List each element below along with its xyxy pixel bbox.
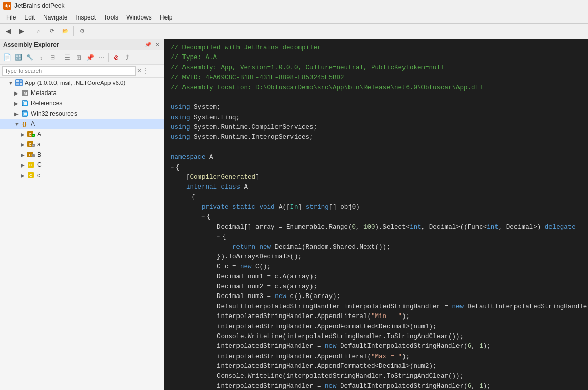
ae-tool-9[interactable]: ⋯ bbox=[96, 52, 106, 63]
code-line-format-num1: interpolatedStringHandler.AppendFormatte… bbox=[171, 322, 582, 332]
code-line-blank-2 bbox=[171, 143, 582, 153]
expand-arrow-cls-C[interactable]: ▶ bbox=[21, 162, 27, 168]
menu-windows[interactable]: Windows bbox=[122, 12, 156, 23]
tree-item-references[interactable]: ▶ References bbox=[0, 98, 164, 108]
ae-tool-7[interactable]: ⊞ bbox=[74, 52, 84, 63]
ae-pin-button[interactable]: 📌 bbox=[143, 41, 153, 48]
ae-tool-1[interactable]: 📄 bbox=[2, 52, 12, 63]
expand-arrow-cls-A[interactable]: ▶ bbox=[21, 132, 27, 137]
menu-help[interactable]: Help bbox=[156, 12, 177, 23]
assembly-tree[interactable]: ▼ App (1.0.0.0, msil, .NETCoreApp v6.0) bbox=[0, 78, 164, 390]
expand-arrow-references[interactable]: ▶ bbox=[14, 101, 21, 106]
code-line-write-2: Console.WriteLine(interpolatedStringHand… bbox=[171, 372, 582, 381]
tree-item-cls-A[interactable]: ▶ C + A bbox=[0, 129, 164, 139]
code-line-namespace: namespace A bbox=[171, 153, 582, 162]
fold-btn-2[interactable]: − bbox=[186, 194, 189, 202]
tree-item-ns-a[interactable]: ▼ {} A bbox=[0, 119, 164, 129]
expand-arrow-cls-a[interactable]: ▶ bbox=[21, 142, 27, 147]
expand-arrow-cls-c[interactable]: ▶ bbox=[21, 173, 27, 178]
code-line-append-max: interpolatedStringHandler.AppendLiteral(… bbox=[171, 352, 582, 362]
expand-arrow-cls-B[interactable]: ▶ bbox=[21, 152, 27, 158]
ae-search-bar: ✕ ⋮ bbox=[0, 65, 164, 78]
main-area: Assembly Explorer 📌 ✕ 📄 🔠 🔧 ↕ ⊟ ☰ ⊞ 📌 ⋯ … bbox=[0, 39, 588, 390]
search-input[interactable] bbox=[2, 66, 136, 76]
code-line-class-decl: internal class A bbox=[171, 182, 582, 192]
menubar: File Edit Navigate Inspect Tools Windows… bbox=[0, 11, 588, 24]
tree-item-metadata[interactable]: ▶ M Metadata bbox=[0, 88, 164, 98]
class-yellow-icon-c: C bbox=[27, 171, 36, 179]
code-line-2: // Type: A.A bbox=[171, 53, 582, 63]
ae-tool-6[interactable]: ☰ bbox=[62, 52, 72, 63]
assembly-explorer-panel: Assembly Explorer 📌 ✕ 📄 🔠 🔧 ↕ ⊟ ☰ ⊞ 📌 ⋯ … bbox=[0, 39, 164, 390]
svg-rect-1 bbox=[16, 80, 19, 82]
code-line-new-c: C c = new C(); bbox=[171, 262, 582, 272]
expand-arrow-app[interactable]: ▼ bbox=[8, 80, 14, 86]
ae-tool-10[interactable]: ⊘ bbox=[111, 52, 121, 63]
ae-tool-8[interactable]: 📌 bbox=[85, 52, 95, 63]
forward-button[interactable]: ▶ bbox=[15, 25, 28, 38]
expand-arrow-metadata[interactable]: ▶ bbox=[14, 90, 21, 96]
open-button[interactable]: 📂 bbox=[59, 25, 71, 38]
svg-rect-2 bbox=[20, 80, 22, 82]
fold-btn-3[interactable]: − bbox=[201, 213, 205, 221]
menu-file[interactable]: File bbox=[2, 12, 20, 23]
tree-label-ns-a: A bbox=[31, 120, 35, 127]
sync-button[interactable]: ⟳ bbox=[46, 25, 58, 38]
fold-btn-1[interactable]: − bbox=[171, 164, 174, 172]
assembly-explorer-header: Assembly Explorer 📌 ✕ bbox=[0, 39, 164, 50]
namespace-icon: {} bbox=[21, 120, 30, 128]
tree-item-cls-C[interactable]: ▶ C C bbox=[0, 160, 164, 170]
code-line-delegate-close: }).ToArray<Decimal>(); bbox=[171, 252, 582, 262]
code-line-brace-2: −{ bbox=[171, 193, 582, 202]
code-line-brace-4: −{ bbox=[171, 232, 582, 242]
tree-label-cls-C: C bbox=[37, 161, 42, 169]
tree-label-references: References bbox=[31, 100, 62, 107]
tree-item-cls-a[interactable]: ▶ C – a bbox=[0, 139, 164, 150]
titlebar: dp JetBrains dotPeek bbox=[0, 0, 588, 11]
tree-item-win32[interactable]: ▶ Win32 resources bbox=[0, 108, 164, 119]
code-line-attr: [CompilerGenerated] bbox=[171, 173, 582, 182]
menu-inspect[interactable]: Inspect bbox=[71, 12, 100, 23]
code-line-using-4: using System.Runtime.InteropServices; bbox=[171, 133, 582, 142]
settings-button[interactable]: ⚙ bbox=[76, 25, 88, 38]
code-line-handler3: interpolatedStringHandler = new DefaultI… bbox=[171, 382, 582, 390]
tree-item-app[interactable]: ▼ App (1.0.0.0, msil, .NETCoreApp v6.0) bbox=[0, 78, 164, 88]
tree-label-cls-c: c bbox=[37, 172, 40, 179]
class-private-icon-a: C – bbox=[27, 140, 36, 148]
code-view[interactable]: // Decompiled with JetBrains decompiler … bbox=[164, 39, 588, 390]
code-line-write-1: Console.WriteLine(interpolatedStringHand… bbox=[171, 332, 582, 342]
tree-item-cls-B[interactable]: ▶ C – B bbox=[0, 150, 164, 160]
class-private-icon-B: C – bbox=[27, 151, 36, 159]
search-icons: ✕ ⋮ bbox=[137, 67, 149, 75]
menu-navigate[interactable]: Navigate bbox=[39, 12, 71, 23]
ae-toolbar: 📄 🔠 🔧 ↕ ⊟ ☰ ⊞ 📌 ⋯ ⊘ ⤴ bbox=[0, 50, 164, 65]
code-line-num2: Decimal num2 = c.a(array); bbox=[171, 282, 582, 292]
svg-rect-3 bbox=[16, 83, 19, 85]
menu-edit[interactable]: Edit bbox=[20, 12, 39, 23]
menu-tools[interactable]: Tools bbox=[100, 12, 122, 23]
search-options-button[interactable]: ⋮ bbox=[143, 67, 149, 75]
ae-tool-5[interactable]: ⊟ bbox=[47, 52, 58, 63]
expand-arrow-ns-a[interactable]: ▼ bbox=[14, 121, 21, 127]
code-line-method-decl: private static void A([In] string[] obj0… bbox=[171, 202, 582, 212]
code-line-handler2: interpolatedStringHandler = new DefaultI… bbox=[171, 342, 582, 351]
svg-text:C: C bbox=[29, 153, 32, 157]
ae-tool-11[interactable]: ⤴ bbox=[122, 52, 133, 63]
clear-search-button[interactable]: ✕ bbox=[137, 67, 142, 75]
ae-tool-3[interactable]: 🔧 bbox=[25, 52, 35, 63]
ae-tool-2[interactable]: 🔠 bbox=[13, 52, 24, 63]
tree-item-cls-c[interactable]: ▶ C c bbox=[0, 170, 164, 180]
code-line-4: // MVID: 4FA69C8C-B18E-431E-8B98-E853245… bbox=[171, 73, 582, 83]
class-yellow-icon-C: C bbox=[27, 161, 36, 169]
svg-text:C: C bbox=[29, 163, 32, 168]
app-icon-tree bbox=[14, 79, 24, 87]
ae-close-button[interactable]: ✕ bbox=[154, 41, 161, 48]
code-line-using-2: using System.Linq; bbox=[171, 113, 582, 123]
code-line-3: // Assembly: App, Version=1.0.0.0, Cultu… bbox=[171, 63, 582, 73]
expand-arrow-win32[interactable]: ▶ bbox=[14, 111, 21, 117]
ae-tool-4[interactable]: ↕ bbox=[36, 52, 46, 63]
back-button[interactable]: ◀ bbox=[2, 25, 14, 38]
home-button[interactable]: ⌂ bbox=[32, 25, 45, 38]
fold-btn-4[interactable]: − bbox=[217, 233, 220, 242]
tree-label-app: App (1.0.0.0, msil, .NETCoreApp v6.0) bbox=[25, 80, 125, 86]
